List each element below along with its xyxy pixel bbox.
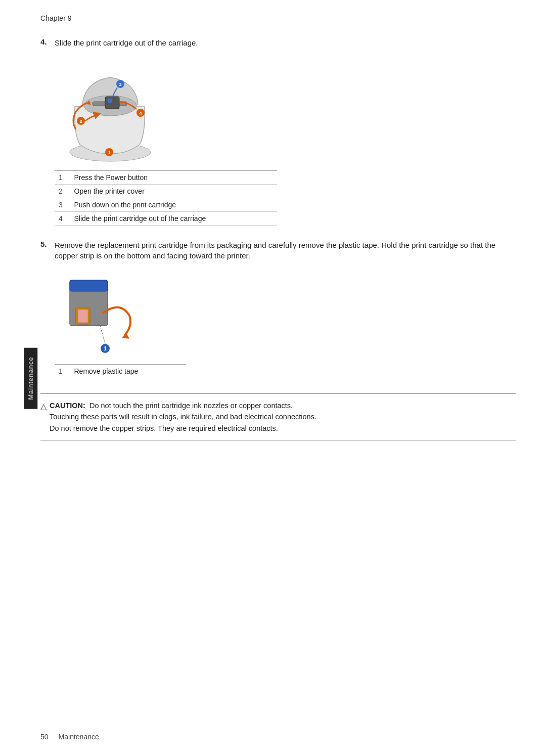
caution-box: △ CAUTION: Do not touch the print cartri… <box>40 393 516 440</box>
caution-line3: Do not remove the copper strips. They ar… <box>50 424 278 432</box>
footer-section: Maintenance <box>59 733 99 741</box>
svg-line-22 <box>100 326 105 344</box>
step4-text: Slide the print cartridge out of the car… <box>55 37 198 48</box>
svg-marker-19 <box>122 333 129 339</box>
caution-label: CAUTION: <box>50 402 85 410</box>
table1-row-num: 1 <box>55 171 70 185</box>
table2-row: 1Remove plastic tape <box>55 365 186 378</box>
printer-diagram: 1 2 3 4 <box>55 56 166 165</box>
table1-row-label: Press the Power button <box>70 171 277 185</box>
table2-row-num: 1 <box>55 365 70 378</box>
caution-triangle-icon: △ <box>40 401 47 413</box>
svg-rect-18 <box>78 309 88 323</box>
table1-row-label: Push down on the print cartridge <box>70 198 277 212</box>
step4-item: 4. Slide the print cartridge out of the … <box>40 37 516 48</box>
table1-row: 4Slide the print cartridge out of the ca… <box>55 212 277 226</box>
table1-row-num: 2 <box>55 185 70 198</box>
svg-text:1: 1 <box>108 150 110 155</box>
svg-text:3: 3 <box>119 82 121 87</box>
cartridge-diagram-container: 1 <box>55 270 516 360</box>
footer-page: 50 <box>40 733 49 741</box>
step5-number: 5. <box>40 240 55 248</box>
cartridge-diagram: 1 <box>55 270 151 359</box>
printer-diagram-container: 1 2 3 4 <box>55 56 516 166</box>
svg-text:2: 2 <box>79 119 82 124</box>
table1-row-num: 4 <box>55 212 70 226</box>
svg-rect-16 <box>70 280 108 291</box>
footer: 50 Maintenance <box>40 733 516 741</box>
table1-row-label: Slide the print cartridge out of the car… <box>70 212 277 226</box>
table2-legend: 1Remove plastic tape <box>55 364 186 378</box>
table2-row-label: Remove plastic tape <box>70 365 186 378</box>
step5-text: Remove the replacement print cartridge f… <box>55 240 516 261</box>
caution-line2: Touching these parts will result in clog… <box>50 413 316 421</box>
table1-row: 2Open the printer cover <box>55 185 277 198</box>
table1-row: 3Push down on the print cartridge <box>55 198 277 212</box>
svg-rect-3 <box>105 97 119 109</box>
table1-legend: 1Press the Power button2Open the printer… <box>55 170 277 226</box>
chapter-label: Chapter 9 <box>40 14 516 22</box>
table1-row-label: Open the printer cover <box>70 185 277 198</box>
table1-row-num: 3 <box>55 198 70 212</box>
svg-text:1: 1 <box>104 346 107 351</box>
step4-number: 4. <box>40 37 55 46</box>
step5-item: 5. Remove the replacement print cartridg… <box>40 240 516 261</box>
side-tab: Maintenance <box>24 347 37 409</box>
svg-text:4: 4 <box>139 111 142 116</box>
svg-rect-4 <box>108 99 112 103</box>
caution-line1-text: Do not touch the print cartridge ink noz… <box>89 402 293 410</box>
table1-row: 1Press the Power button <box>55 171 277 185</box>
